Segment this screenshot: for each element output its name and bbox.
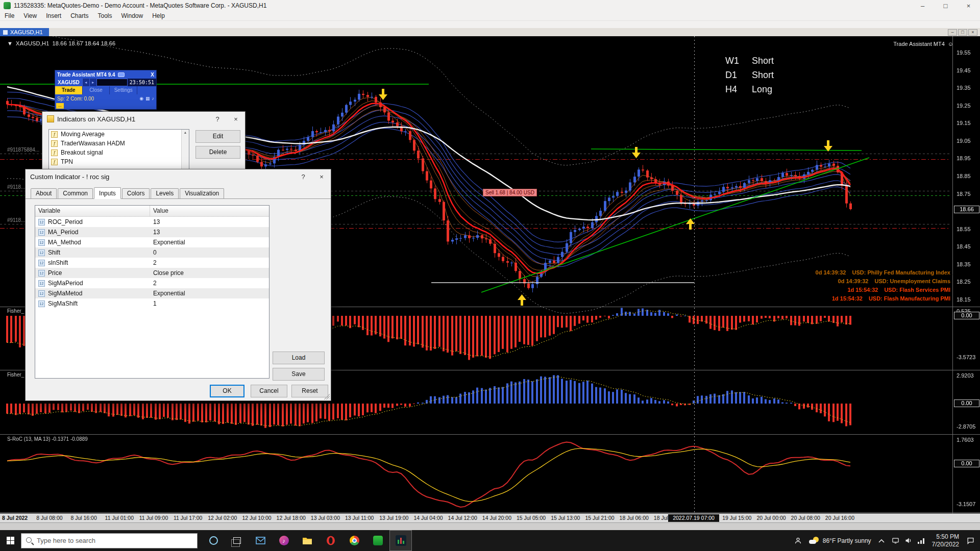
column-header-value[interactable]: Value xyxy=(150,206,269,216)
price-scale-label: 18.15 xyxy=(957,296,971,303)
child-restore-button[interactable]: □ xyxy=(958,29,967,36)
action-center-icon[interactable] xyxy=(966,537,975,545)
tray-expand-icon[interactable] xyxy=(878,539,885,543)
param-row[interactable]: 12Shift0 xyxy=(35,247,269,258)
start-button[interactable] xyxy=(0,530,21,551)
indicators-close-button[interactable]: × xyxy=(227,112,245,126)
ok-button[interactable]: OK xyxy=(210,385,244,397)
param-row[interactable]: 12ROC_Period13 xyxy=(35,217,269,227)
tab-visualization[interactable]: Visualization xyxy=(180,188,224,198)
music-app-button[interactable]: ♪ xyxy=(272,530,296,551)
tab-inputs[interactable]: Inputs xyxy=(94,187,121,199)
search-input[interactable] xyxy=(37,534,195,548)
taskbar-search[interactable] xyxy=(21,533,198,548)
param-row[interactable]: 12SigMaPeriod2 xyxy=(35,278,269,288)
tab-common[interactable]: Common xyxy=(58,188,93,198)
save-button[interactable]: Save xyxy=(273,368,325,381)
lot-input[interactable] xyxy=(96,79,128,86)
indicator-list-item[interactable]: ƒTPN xyxy=(49,157,189,166)
param-table-body: 12ROC_Period1312MA_Period1312MA_MethodEx… xyxy=(35,217,269,309)
minimize-button[interactable]: – xyxy=(911,0,934,11)
next-symbol-button[interactable]: ► xyxy=(89,79,96,86)
chrome-button[interactable] xyxy=(342,530,366,551)
custom-help-button[interactable]: ? xyxy=(294,169,312,184)
param-type-icon: 12 xyxy=(38,280,45,287)
more-options-button[interactable]: ... xyxy=(56,103,64,109)
cancel-button[interactable]: Cancel xyxy=(251,385,287,397)
trade-assistant-titlebar[interactable]: Trade Assistant MT4 9.4 X xyxy=(55,70,156,79)
edit-button[interactable]: Edit xyxy=(195,130,240,143)
menu-item-tools[interactable]: Tools xyxy=(93,11,117,20)
bias-row: H4Long xyxy=(725,84,774,95)
symbol-dropdown-icon[interactable]: ▼ xyxy=(7,40,13,46)
partly-sunny-icon xyxy=(809,537,819,545)
opera-button[interactable] xyxy=(319,530,342,551)
window-titlebar[interactable]: 113528335: MetaQuotes-Demo - Demo Accoun… xyxy=(0,0,980,11)
volume-icon[interactable] xyxy=(904,537,912,544)
window-title: 113528335: MetaQuotes-Demo - Demo Accoun… xyxy=(14,2,266,9)
child-minimize-button[interactable]: – xyxy=(948,29,957,36)
taskbar-clock[interactable]: 5:50 PM 7/20/2022 xyxy=(932,533,959,548)
delete-button[interactable]: Delete xyxy=(195,146,240,159)
eye-icon[interactable]: ◉ xyxy=(139,96,143,101)
indicator-name: Moving Average xyxy=(61,131,105,138)
menu-item-insert[interactable]: Insert xyxy=(41,11,66,20)
cortana-button[interactable] xyxy=(202,530,225,551)
column-header-variable[interactable]: Variable xyxy=(35,206,150,216)
child-close-button[interactable]: × xyxy=(968,29,977,36)
time-label: 20 Jul 08:00 xyxy=(791,515,820,521)
tab-about[interactable]: About xyxy=(31,188,57,198)
ta-tab-close[interactable]: Close xyxy=(83,86,110,94)
network-icon[interactable] xyxy=(917,537,925,544)
prev-symbol-button[interactable]: ◄ xyxy=(82,79,89,86)
param-row[interactable]: 12SigMaShift1 xyxy=(35,298,269,309)
indicator-list-item[interactable]: ƒMoving Average xyxy=(49,130,189,139)
resize-grip[interactable] xyxy=(323,393,330,399)
indicators-dialog-titlebar[interactable]: Indicators on XAGUSD,H1 ? × xyxy=(42,112,245,126)
menu-item-file[interactable]: File xyxy=(0,11,19,20)
param-row[interactable]: 12SigMaMetodExponential xyxy=(35,288,269,298)
menu-item-charts[interactable]: Charts xyxy=(66,11,93,20)
maximize-button[interactable]: □ xyxy=(934,0,957,11)
time-axis[interactable]: 2022.07.19 07:00 8 Jul 20228 Jul 08:008 … xyxy=(0,513,980,522)
custom-dialog-titlebar[interactable]: Custom Indicator - ! roc sig ? × xyxy=(26,169,331,184)
mail-app-button[interactable] xyxy=(249,530,272,551)
camera-icon[interactable] xyxy=(118,72,125,77)
menu-item-window[interactable]: Window xyxy=(117,11,148,20)
indicator-list-item[interactable]: ƒBreakout signal xyxy=(49,148,189,157)
ea-status-icon[interactable]: ☺ xyxy=(948,41,953,47)
close-button[interactable]: × xyxy=(957,0,980,11)
weather-widget[interactable]: 86°F Partly sunny xyxy=(809,537,871,545)
price-scale[interactable]: 18.66 19.5519.4519.3519.2519.1519.0518.9… xyxy=(954,36,980,513)
calendar-icon[interactable]: ▦ xyxy=(145,96,150,101)
param-row[interactable]: 12MA_MethodExponential xyxy=(35,237,269,247)
param-row[interactable]: 12slnShift2 xyxy=(35,258,269,268)
task-view-button[interactable] xyxy=(225,530,249,551)
menu-item-help[interactable]: Help xyxy=(148,11,169,20)
ta-tab-trade[interactable]: Trade xyxy=(55,86,83,94)
mt4-app-button[interactable] xyxy=(389,530,412,551)
price-scale-label: 19.25 xyxy=(957,103,971,109)
menu-item-view[interactable]: View xyxy=(19,11,41,20)
tab-levels[interactable]: Levels xyxy=(151,188,179,198)
scroll-up-icon[interactable]: ▲ xyxy=(184,131,187,134)
indicators-help-button[interactable]: ? xyxy=(208,112,227,126)
custom-close-button[interactable]: × xyxy=(312,169,331,184)
trade-assistant-close-button[interactable]: X xyxy=(151,72,154,78)
monitor-icon[interactable] xyxy=(892,537,899,544)
param-row[interactable]: 12PriceClose price xyxy=(35,268,269,278)
chart-tab-xagusd[interactable]: XAGUSD,H1 xyxy=(0,28,49,36)
tab-colors[interactable]: Colors xyxy=(122,188,150,198)
param-row[interactable]: 12MA_Period13 xyxy=(35,227,269,237)
indicator-list-item[interactable]: ƒTraderWawasan HADM xyxy=(49,139,189,148)
trade-assistant-symbol[interactable]: XAGUSD xyxy=(55,79,82,86)
param-variable-cell: 12ROC_Period xyxy=(35,218,150,226)
green-app-button[interactable] xyxy=(366,530,389,551)
pane-scale-top: 2.9203 xyxy=(957,372,974,379)
load-button[interactable]: Load xyxy=(273,352,325,364)
file-explorer-button[interactable] xyxy=(296,530,319,551)
bias-direction: Long xyxy=(752,84,772,95)
bell-icon[interactable]: ♪ xyxy=(152,96,155,101)
ta-tab-settings[interactable]: Settings xyxy=(110,86,137,94)
people-icon[interactable] xyxy=(794,537,802,544)
